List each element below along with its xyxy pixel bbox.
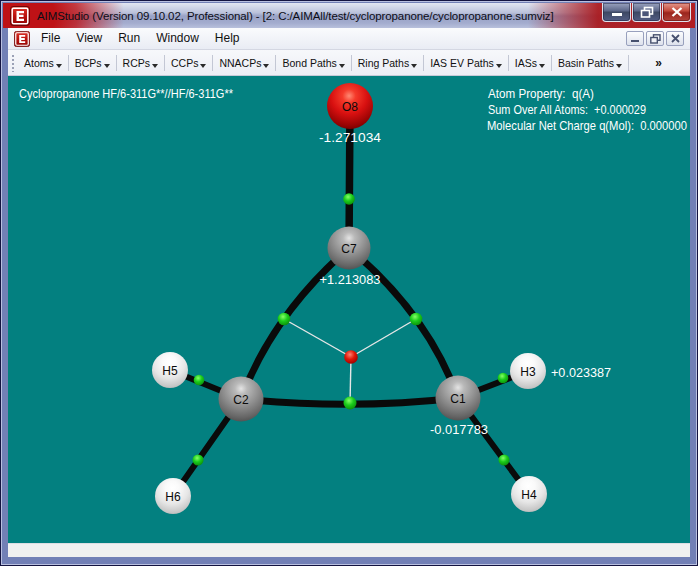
ring-critical-point	[344, 350, 358, 364]
ring-path	[350, 357, 351, 403]
toolbar-separator	[551, 55, 552, 71]
bond-critical-point	[278, 313, 291, 326]
atom-charge-c7: +1.213083	[320, 272, 381, 287]
toolbar-separator	[68, 55, 69, 71]
dropdown-arrow-icon	[152, 64, 158, 68]
ring-path	[351, 319, 416, 357]
dropdown-arrow-icon	[263, 64, 269, 68]
menu-bar: FileViewRunWindowHelp	[8, 28, 690, 50]
toolbar-atoms[interactable]: Atoms	[19, 53, 67, 73]
app-icon	[10, 6, 30, 26]
toolbar-separator	[164, 55, 165, 71]
toolbar-iass[interactable]: IASs	[510, 53, 550, 73]
toolbar-grip[interactable]	[11, 54, 15, 72]
status-bar	[8, 543, 690, 557]
menu-run[interactable]: Run	[110, 28, 148, 49]
toolbar-bcps[interactable]: BCPs	[70, 53, 115, 73]
menu-help[interactable]: Help	[207, 28, 248, 49]
close-button[interactable]	[662, 3, 691, 22]
atom-label-h3: H3	[520, 365, 536, 379]
mdi-restore-button[interactable]	[646, 31, 664, 46]
menu-window[interactable]: Window	[148, 28, 207, 49]
labels: O8-1.271034C7+1.213083C2C1-0.017783H5H6H…	[162, 100, 611, 504]
dropdown-arrow-icon	[56, 64, 62, 68]
dropdown-arrow-icon	[200, 64, 206, 68]
dropdown-arrow-icon	[339, 64, 345, 68]
toolbar-separator	[116, 55, 117, 71]
atom-label-c2: C2	[233, 393, 249, 407]
atom-charge-c1: -0.017783	[430, 422, 488, 437]
app-window: AIMStudio (Version 09.10.02, Professiona…	[0, 0, 698, 566]
toolbar-rcps[interactable]: RCPs	[118, 53, 163, 73]
bond-path-C7-C2	[241, 248, 349, 399]
bond-critical-point	[499, 455, 510, 466]
sum-over-atoms-label: Sum Over All Atoms: +0.000029	[488, 102, 646, 117]
bond-critical-point	[194, 375, 205, 386]
toolbar-separator	[508, 55, 509, 71]
atom-label-o8: O8	[342, 100, 358, 114]
atom-charge-o8: -1.271034	[319, 130, 381, 145]
toolbar-ring-paths[interactable]: Ring Paths	[353, 53, 422, 73]
bond-critical-point	[498, 373, 509, 384]
toolbar-separator	[423, 55, 424, 71]
toolbar-basin-paths[interactable]: Basin Paths	[553, 53, 627, 73]
mdi-close-button[interactable]	[666, 31, 684, 46]
dropdown-arrow-icon	[539, 64, 545, 68]
menu-file[interactable]: File	[33, 28, 68, 49]
toolbar-bond-paths[interactable]: Bond Paths	[277, 53, 349, 73]
minimize-button[interactable]	[602, 3, 631, 22]
atom-property-label: Atom Property: q(A)	[488, 86, 594, 101]
dropdown-arrow-icon	[616, 64, 622, 68]
bond-critical-point	[410, 313, 423, 326]
atom-label-h6: H6	[165, 490, 181, 504]
atom-label-c1: C1	[450, 392, 466, 406]
molecule-title: Cyclopropanone HF/6-311G**//HF/6-311G**	[19, 86, 233, 101]
bond-critical-point	[343, 193, 355, 205]
toolbar-separator	[628, 55, 629, 71]
title-bar[interactable]: AIMStudio (Version 09.10.02, Professiona…	[3, 3, 695, 28]
viewport[interactable]: O8-1.271034C7+1.213083C2C1-0.017783H5H6H…	[8, 76, 690, 543]
bond-critical-point	[344, 397, 357, 410]
atom-label-h4: H4	[521, 488, 537, 502]
toolbar-ias-ev-paths[interactable]: IAS EV Paths	[425, 53, 507, 73]
bond-path-C7-C1	[349, 248, 458, 398]
bond-paths	[170, 106, 529, 496]
toolbar-overflow-chevron[interactable]: »	[655, 56, 662, 70]
restore-button[interactable]	[632, 3, 661, 22]
toolbar-separator	[275, 55, 276, 71]
mdi-buttons	[626, 31, 687, 46]
toolbar: AtomsBCPsRCPsCCPsNNACPsBond PathsRing Pa…	[8, 50, 690, 76]
caption-buttons	[602, 3, 691, 22]
atom-charge-h3: +0.023387	[551, 365, 611, 380]
atom-label-h5: H5	[162, 364, 178, 378]
mdi-minimize-button[interactable]	[626, 31, 644, 46]
toolbar-nnacps[interactable]: NNACPs	[214, 53, 274, 73]
dropdown-arrow-icon	[496, 64, 502, 68]
bond-critical-point	[193, 455, 204, 466]
document-icon[interactable]	[14, 31, 30, 47]
dropdown-arrow-icon	[411, 64, 417, 68]
menu-view[interactable]: View	[68, 28, 110, 49]
net-charge-label: Molecular Net Charge q(Mol): 0.000000	[487, 118, 687, 133]
window-title: AIMStudio (Version 09.10.02, Professiona…	[37, 10, 554, 22]
toolbar-separator	[212, 55, 213, 71]
ring-path	[284, 319, 351, 357]
dropdown-arrow-icon	[104, 64, 110, 68]
toolbar-ccps[interactable]: CCPs	[166, 53, 211, 73]
toolbar-separator	[351, 55, 352, 71]
atom-label-c7: C7	[341, 242, 357, 256]
